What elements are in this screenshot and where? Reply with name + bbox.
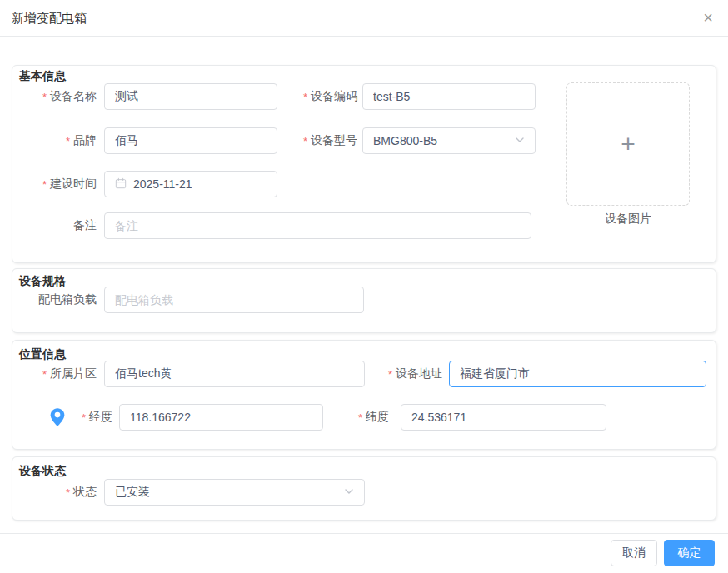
required-mark: * xyxy=(303,91,307,103)
required-mark: * xyxy=(42,178,47,191)
card-location-info: 位置信息 * 所属片区 * 设备地址 * 经度 * 纬度 xyxy=(12,340,716,450)
required-mark: * xyxy=(388,368,392,381)
address-label: * 设备地址 xyxy=(365,366,442,381)
dialog-header: 新增变配电箱 × xyxy=(0,0,728,37)
latitude-label: * 纬度 xyxy=(323,410,389,425)
required-mark: * xyxy=(358,411,362,424)
build-time-datepicker[interactable]: 2025-11-21 xyxy=(104,171,277,197)
row-area-address: * 所属片区 * 设备地址 xyxy=(12,361,706,387)
plus-icon: + xyxy=(621,132,636,157)
section-title-status: 设备状态 xyxy=(19,464,66,477)
address-input[interactable] xyxy=(449,361,706,387)
card-device-status: 设备状态 * 状态 已安装 xyxy=(12,456,716,521)
row-load: 配电箱负载 xyxy=(12,286,364,313)
latitude-input[interactable] xyxy=(401,404,606,431)
location-pin-icon xyxy=(49,407,66,427)
device-model-label: * 设备型号 xyxy=(277,133,357,148)
card-device-spec: 设备规格 配电箱负载 xyxy=(12,268,716,333)
area-label: * 所属片区 xyxy=(12,366,97,381)
brand-input[interactable] xyxy=(104,127,277,154)
section-title-location: 位置信息 xyxy=(19,347,66,361)
device-name-input[interactable] xyxy=(104,83,277,110)
load-label: 配电箱负载 xyxy=(12,292,97,307)
page-title: 新增变配电箱 xyxy=(12,11,87,27)
device-code-input[interactable] xyxy=(362,83,536,110)
row-device-name-code: * 设备名称 * 设备编码 xyxy=(12,83,536,110)
chevron-down-icon xyxy=(515,134,525,147)
device-model-select[interactable]: BMG800-B5 xyxy=(362,127,536,154)
row-coordinates: * 经度 * 纬度 xyxy=(12,404,606,431)
close-icon[interactable]: × xyxy=(703,8,713,27)
load-input[interactable] xyxy=(104,286,364,313)
remark-label: 备注 xyxy=(12,218,97,233)
device-name-label: * 设备名称 xyxy=(12,89,97,104)
calendar-icon xyxy=(115,177,127,192)
confirm-button[interactable]: 确定 xyxy=(664,540,715,566)
row-brand-model: * 品牌 * 设备型号 BMG800-B5 xyxy=(12,127,536,154)
required-mark: * xyxy=(66,486,70,499)
card-basic-info: 基本信息 * 设备名称 * 设备编码 * 品牌 * 设备型号 BMG800-B5 xyxy=(12,65,716,263)
row-state: * 状态 已安装 xyxy=(12,479,365,506)
cancel-button[interactable]: 取消 xyxy=(611,540,657,566)
build-time-label: * 建设时间 xyxy=(12,177,97,192)
device-code-label: * 设备编码 xyxy=(277,89,357,104)
device-image-label: 设备图片 xyxy=(566,212,690,227)
state-select[interactable]: 已安装 xyxy=(104,479,365,506)
required-mark: * xyxy=(66,135,70,147)
required-mark: * xyxy=(42,91,47,103)
device-image-upload[interactable]: + xyxy=(566,82,690,206)
state-label: * 状态 xyxy=(12,485,97,500)
required-mark: * xyxy=(303,135,307,147)
required-mark: * xyxy=(82,411,86,424)
footer-divider xyxy=(0,533,728,534)
area-input[interactable] xyxy=(104,361,365,387)
longitude-input[interactable] xyxy=(119,404,323,431)
required-mark: * xyxy=(42,368,47,381)
section-title-basic: 基本信息 xyxy=(19,69,66,82)
chevron-down-icon xyxy=(344,486,354,499)
remark-input[interactable] xyxy=(104,212,531,239)
row-remark: 备注 xyxy=(12,212,531,239)
row-build-time: * 建设时间 2025-11-21 xyxy=(12,171,277,197)
longitude-label: * 经度 xyxy=(66,410,112,425)
section-title-spec: 设备规格 xyxy=(19,274,66,287)
brand-label: * 品牌 xyxy=(12,133,97,148)
